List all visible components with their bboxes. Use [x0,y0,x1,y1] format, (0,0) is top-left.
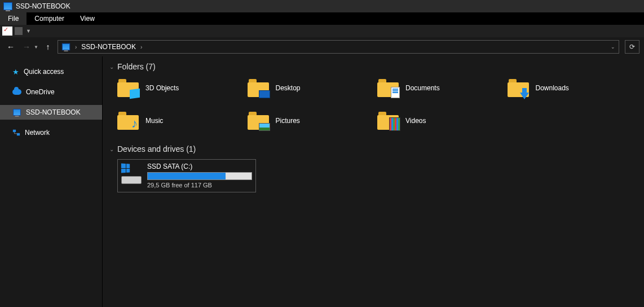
sidebar-label: Quick access [24,68,64,76]
folders-grid: 3D Objects Desktop Documents Downloads ♪… [109,77,637,132]
section-folders-label: Folders (7) [117,62,156,71]
navigation-bar: ← → ▼ ↑ › SSD-NOTEBOOK › ⌄ ⟳ [0,37,644,56]
this-pc-icon [13,109,21,116]
folder-label: Desktop [276,84,301,92]
folder-music[interactable]: ♪ Music [117,109,248,132]
properties-icon[interactable] [2,27,12,36]
addr-this-pc-icon [62,43,70,51]
qat-chevron-icon[interactable]: ▼ [26,28,31,34]
refresh-button[interactable]: ⟳ [625,40,639,54]
address-bar[interactable]: › SSD-NOTEBOOK › ⌄ [58,40,619,54]
sidebar-label: OneDrive [26,88,55,96]
sidebar-item-quick-access[interactable]: ★ Quick access [0,64,102,79]
chevron-right-icon[interactable]: › [140,44,142,50]
network-icon [12,129,20,137]
folder-icon [248,112,269,130]
folder-label: Downloads [536,84,569,92]
history-chevron-icon[interactable]: ▼ [34,45,38,50]
chevron-down-icon: ⌄ [109,146,114,152]
section-drives-label: Devices and drives (1) [117,144,196,154]
section-drives-header[interactable]: ⌄ Devices and drives (1) [109,144,637,154]
drive-icon [121,164,142,184]
folder-pictures[interactable]: Pictures [248,109,378,132]
folder-icon [248,79,269,97]
quick-access-toolbar: ▼ [0,25,644,37]
drive-used-fill [148,173,226,179]
navigation-pane: ★ Quick access OneDrive SSD-NOTEBOOK Net… [0,56,103,307]
menu-computer[interactable]: Computer [27,12,72,25]
folder-desktop[interactable]: Desktop [248,77,378,99]
folder-videos[interactable]: Videos [377,109,508,132]
menu-file[interactable]: File [0,12,27,25]
menu-bar: File Computer View [0,12,644,25]
svg-rect-0 [13,130,16,132]
folder-label: Videos [405,117,426,125]
drive-name: SSD SATA (C:) [147,163,252,170]
qat-button[interactable] [15,27,23,35]
content-pane: ⌄ Folders (7) 3D Objects Desktop Documen… [103,56,644,307]
folder-label: Pictures [276,117,300,125]
folder-documents[interactable]: Documents [377,77,508,99]
sidebar-label: Network [25,129,50,137]
menu-view[interactable]: View [72,12,103,25]
folder-3d-objects[interactable]: 3D Objects [117,77,248,99]
folder-label: 3D Objects [145,84,179,92]
folder-icon [117,79,139,97]
folder-icon [377,112,399,130]
addr-dropdown-icon[interactable]: ⌄ [611,44,615,50]
drive-capacity-bar [147,172,252,180]
title-bar: SSD-NOTEBOOK [0,0,644,12]
back-button[interactable]: ← [5,41,17,53]
chevron-down-icon: ⌄ [109,64,114,70]
up-button[interactable]: ↑ [42,41,54,53]
section-folders-header[interactable]: ⌄ Folders (7) [109,62,637,71]
folder-icon: ♪ [117,112,139,130]
star-icon: ★ [12,68,19,76]
folder-label: Music [145,117,163,125]
breadcrumb-root[interactable]: SSD-NOTEBOOK [81,43,136,51]
sidebar-item-onedrive[interactable]: OneDrive [0,85,102,99]
folder-downloads[interactable]: Downloads [508,77,638,99]
drive-free-text: 29,5 GB free of 117 GB [147,182,252,188]
drive-c[interactable]: SSD SATA (C:) 29,5 GB free of 117 GB [117,159,256,192]
cloud-icon [12,89,21,95]
sidebar-label: SSD-NOTEBOOK [26,108,81,116]
sidebar-item-this-pc[interactable]: SSD-NOTEBOOK [0,105,102,120]
this-pc-icon [3,2,12,10]
window-title: SSD-NOTEBOOK [16,2,70,10]
forward-button[interactable]: → [20,41,33,53]
chevron-right-icon[interactable]: › [75,44,77,50]
folder-icon [508,79,529,97]
drive-info: SSD SATA (C:) 29,5 GB free of 117 GB [147,163,252,188]
folder-icon [377,79,399,97]
sidebar-item-network[interactable]: Network [0,125,102,140]
folder-label: Documents [405,84,440,92]
